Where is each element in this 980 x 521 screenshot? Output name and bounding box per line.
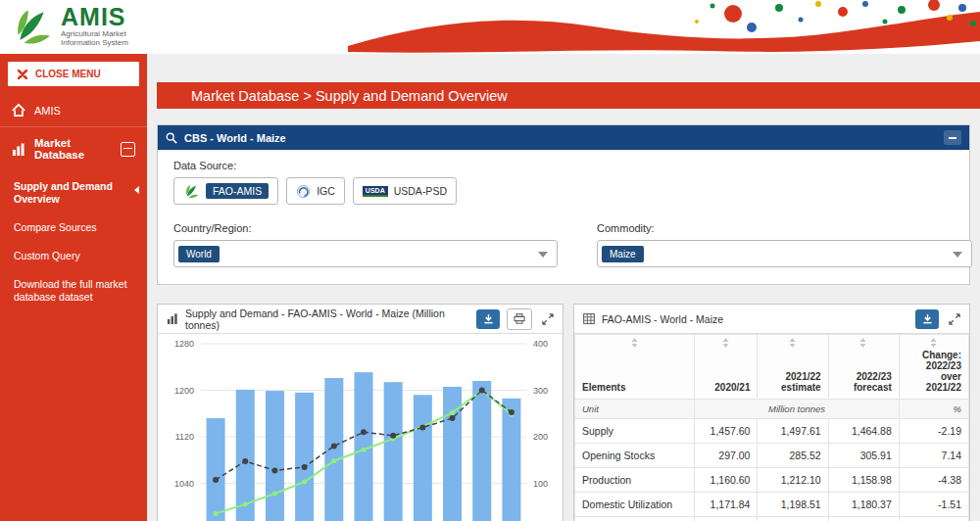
sidebar-item-custom-query[interactable]: Custom Query — [0, 242, 147, 270]
close-menu-button[interactable]: CLOSE MENU — [8, 62, 139, 86]
collapse-panel-button[interactable] — [944, 130, 961, 145]
value-cell: 145.54 — [758, 517, 828, 521]
value-cell: 1,158.98 — [828, 468, 899, 493]
commodity-label: Commodity: — [597, 222, 972, 234]
element-cell: Supply — [575, 419, 695, 444]
cbs-panel-header: CBS - World - Maize — [158, 125, 969, 150]
svg-text:400: 400 — [533, 339, 548, 349]
svg-text:200: 200 — [533, 432, 548, 442]
commodity-select[interactable]: Maize — [597, 240, 972, 267]
top-header: AMIS Agricultural Market Information Sys… — [0, 0, 980, 54]
table-row-production: Production 1,160.60 1,212.10 1,158.98 -4… — [575, 468, 969, 493]
sort-caret-icon — [790, 338, 797, 348]
value-cell: 305.91 — [828, 444, 899, 468]
table-download-button[interactable] — [915, 309, 939, 329]
value-cell: 1.03 — [899, 517, 968, 521]
sort-caret-icon — [722, 338, 729, 348]
chart-download-button[interactable] — [476, 309, 500, 329]
supply-demand-table: Elements 2020/21 2021/22 estimate 2022/2… — [574, 334, 969, 521]
sidebar-item-compare-sources[interactable]: Compare Sources — [0, 213, 147, 242]
country-region-label: Country/Region: — [173, 222, 558, 234]
cbs-filter-panel: CBS - World - Maize Data Source: FAO-AMI… — [157, 124, 970, 285]
table-panel-title: FAO-AMIS - World - Maize — [602, 313, 908, 325]
sort-caret-icon — [631, 338, 638, 348]
logo-subtitle-1: Agricultural Market — [61, 29, 128, 38]
chevron-down-icon — [538, 252, 548, 258]
table-row-supply: Supply 1,457.60 1,497.61 1,464.88 -2.19 — [575, 419, 969, 444]
value-cell: -1.51 — [899, 493, 968, 517]
col-header-2021-22-estimate[interactable]: 2021/22 estimate — [758, 335, 828, 400]
col-header-elements[interactable]: Elements — [575, 335, 695, 400]
collapse-menu-icon[interactable] — [121, 142, 135, 157]
value-cell: 1,464.88 — [828, 419, 899, 444]
col-header-2020-21[interactable]: 2020/21 — [695, 335, 758, 400]
decorative-banner — [348, 0, 980, 54]
source-button-usda-psd[interactable]: USDA USDA-PSD — [353, 177, 457, 205]
fao-amis-table-panel: FAO-AMIS - World - Maize E — [573, 304, 970, 521]
download-icon — [922, 313, 933, 324]
country-region-select[interactable]: World — [173, 240, 558, 267]
element-cell: Food Use — [575, 517, 695, 521]
bar-chart-icon — [12, 143, 25, 156]
unit-percent: % — [899, 400, 968, 419]
subitem-label: Download the full market database datase… — [14, 278, 127, 303]
sidebar-item-market-database-label: Market Database — [34, 137, 112, 161]
col-label: 2021/22 estimate — [781, 371, 821, 393]
chart-panel-header: Supply and Demand - FAO-AMIS - World - M… — [158, 305, 563, 334]
data-source-buttons: FAO-AMIS IGC USDA USDA-PSD — [173, 177, 954, 205]
element-cell: Production — [575, 468, 695, 493]
unit-row: Unit Million tonnes % — [575, 400, 969, 419]
chevron-down-icon — [953, 252, 962, 258]
value-cell: -2.19 — [899, 419, 968, 444]
value-cell: 7.14 — [899, 444, 968, 468]
data-source-label: Data Source: — [173, 160, 954, 171]
col-label: 2022/23 forecast — [854, 371, 892, 393]
value-cell: 1,212.10 — [758, 468, 828, 493]
element-cell: Opening Stocks — [575, 444, 695, 468]
sort-caret-icon — [860, 338, 867, 348]
sidebar: CLOSE MENU AMIS Market Database Supply a… — [0, 54, 147, 521]
fao-amis-logo-icon — [183, 183, 200, 199]
amis-app: AMIS Agricultural Market Information Sys… — [0, 0, 980, 521]
table-expand-icon[interactable] — [946, 310, 963, 328]
sidebar-item-supply-and-demand-overview[interactable]: Supply and Demand Overview — [0, 172, 147, 213]
table-icon — [583, 313, 595, 324]
value-cell: 1,198.51 — [758, 493, 828, 517]
table-panel-header: FAO-AMIS - World - Maize — [574, 305, 969, 334]
col-label: Elements — [582, 382, 625, 393]
source-button-igc[interactable]: IGC — [286, 177, 345, 205]
supply-demand-chart-panel: Supply and Demand - FAO-AMIS - World - M… — [157, 304, 564, 521]
sidebar-item-amis[interactable]: AMIS — [0, 94, 147, 126]
value-cell: 143.21 — [695, 517, 758, 521]
sidebar-item-download-dataset[interactable]: Download the full market database datase… — [0, 270, 147, 311]
chart-expand-icon[interactable] — [539, 310, 557, 328]
value-cell: 1,171.84 — [695, 493, 758, 517]
table-row-food-use: Food Use 143.21 145.54 147.05 1.03 — [575, 517, 969, 521]
supply-demand-chart: 1040112012001280100200300400 — [158, 334, 561, 521]
sidebar-item-market-database[interactable]: Market Database — [0, 126, 147, 170]
chart-print-button[interactable] — [507, 308, 532, 330]
col-label: 2020/21 — [714, 382, 750, 393]
source-label: USDA-PSD — [394, 185, 447, 197]
svg-text:1120: 1120 — [175, 432, 194, 442]
col-header-2022-23-forecast[interactable]: 2022/23 forecast — [828, 335, 899, 400]
subitem-label: Supply and Demand Overview — [14, 180, 113, 205]
commodity-tag[interactable]: Maize — [602, 246, 644, 262]
country-tag[interactable]: World — [178, 246, 220, 262]
breadcrumb: Market Database > Supply and Demand Over… — [157, 82, 980, 109]
usda-logo-icon: USDA — [363, 186, 388, 197]
unit-label: Unit — [575, 400, 695, 419]
main-content: Market Database > Supply and Demand Over… — [147, 54, 980, 521]
print-icon — [514, 313, 525, 324]
chart-panel-title: Supply and Demand - FAO-AMIS - World - M… — [185, 308, 469, 331]
value-cell: -4.38 — [899, 468, 968, 493]
unit-tonnes: Million tonnes — [695, 400, 900, 419]
source-button-fao-amis[interactable]: FAO-AMIS — [173, 177, 278, 205]
amis-logo[interactable]: AMIS Agricultural Market Information Sys… — [12, 4, 128, 47]
svg-text:1040: 1040 — [174, 479, 194, 489]
col-header-change[interactable]: Change: 2022/23 over 2021/22 — [899, 335, 968, 400]
value-cell: 1,160.60 — [695, 468, 758, 493]
igc-logo-icon — [296, 184, 311, 199]
svg-text:1280: 1280 — [174, 339, 194, 349]
svg-text:100: 100 — [533, 479, 548, 489]
